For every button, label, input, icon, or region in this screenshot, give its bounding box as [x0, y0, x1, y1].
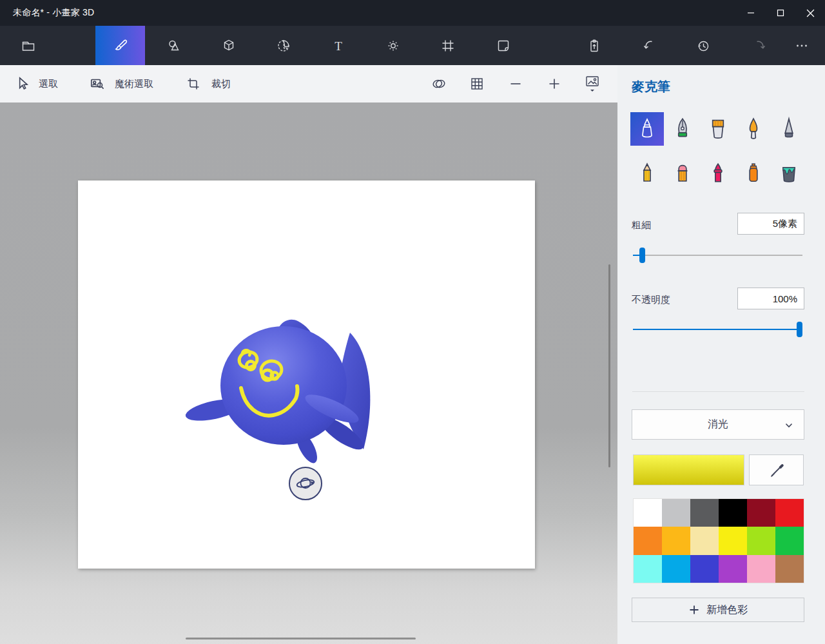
- zoom-in-button[interactable]: [547, 65, 562, 102]
- brush-calligraphy-pen[interactable]: [666, 112, 699, 146]
- 3d-shapes-icon: [221, 38, 237, 54]
- canvas-area[interactable]: [0, 102, 617, 644]
- palette-swatch[interactable]: [690, 555, 719, 583]
- grid-button[interactable]: [469, 65, 485, 102]
- brush-fill-bucket[interactable]: [772, 157, 806, 191]
- slider-thumb[interactable]: [639, 248, 645, 263]
- crop-button[interactable]: [186, 65, 201, 102]
- opacity-input[interactable]: [737, 288, 804, 309]
- close-button[interactable]: [795, 0, 825, 26]
- palette-swatch[interactable]: [747, 499, 775, 527]
- zoom-out-button[interactable]: [508, 65, 523, 102]
- zoom-out-icon: [508, 76, 523, 92]
- brushes-tool-button[interactable]: [95, 26, 145, 65]
- palette-swatch[interactable]: [690, 499, 719, 527]
- marker-icon: [634, 116, 660, 142]
- canvas-button[interactable]: [432, 26, 463, 65]
- palette-swatch[interactable]: [690, 527, 719, 554]
- brushes-panel: 麥克筆: [617, 65, 825, 644]
- eyedropper-icon: [768, 462, 785, 478]
- canvas-icon: [440, 38, 456, 54]
- svg-text:T: T: [335, 39, 342, 52]
- picture-menu-button[interactable]: [584, 65, 601, 102]
- palette-swatch[interactable]: [775, 527, 804, 554]
- finish-value: 消光: [708, 418, 728, 431]
- horizontal-scrollbar[interactable]: [186, 638, 416, 639]
- magic-select-button[interactable]: [89, 65, 106, 102]
- fish-3d-model[interactable]: [180, 309, 387, 464]
- redo-button[interactable]: [744, 26, 775, 65]
- undo-button[interactable]: [634, 26, 665, 65]
- palette-swatch[interactable]: [662, 499, 690, 527]
- palette-swatch[interactable]: [634, 499, 662, 527]
- fill-bucket-icon: [776, 161, 802, 187]
- select-label[interactable]: 選取: [39, 65, 58, 102]
- history-icon: [695, 38, 711, 54]
- palette-swatch[interactable]: [634, 555, 662, 583]
- color-palette: [633, 498, 804, 583]
- more-button[interactable]: [786, 26, 817, 65]
- thickness-slider[interactable]: [633, 247, 802, 264]
- vertical-scrollbar[interactable]: [608, 264, 610, 467]
- minimize-button[interactable]: [736, 0, 766, 26]
- brush-spray-can[interactable]: [737, 157, 770, 191]
- magic-select-icon: [89, 75, 106, 92]
- 3d-library-button[interactable]: [488, 26, 519, 65]
- paste-button[interactable]: [579, 26, 610, 65]
- palette-swatch[interactable]: [775, 499, 804, 527]
- titlebar: 未命名* - 小畫家 3D: [0, 0, 825, 26]
- sub-toolbar: 選取 魔術選取 裁切: [0, 65, 617, 102]
- brush-pixel-pen[interactable]: [772, 112, 806, 146]
- palette-swatch[interactable]: [775, 555, 804, 583]
- palette-swatch[interactable]: [719, 555, 747, 583]
- magic-select-label[interactable]: 魔術選取: [115, 65, 153, 102]
- add-color-button[interactable]: 新增色彩: [632, 598, 804, 622]
- eraser-icon: [670, 161, 695, 187]
- crayon-icon: [705, 161, 731, 187]
- current-color-swatch[interactable]: [633, 454, 744, 485]
- palette-swatch[interactable]: [634, 527, 662, 554]
- brush-crayon[interactable]: [701, 157, 735, 191]
- picture-menu-icon: [584, 74, 601, 93]
- slider-thumb[interactable]: [797, 322, 802, 337]
- opacity-slider[interactable]: [633, 321, 802, 338]
- palette-swatch[interactable]: [747, 555, 775, 583]
- text-tool-button[interactable]: T: [323, 26, 354, 65]
- 3d-view-icon: [431, 75, 447, 92]
- thickness-label: 粗細: [632, 219, 651, 231]
- text-icon: T: [331, 38, 346, 54]
- finish-dropdown[interactable]: 消光: [632, 409, 804, 440]
- 3d-shapes-button[interactable]: [213, 26, 244, 65]
- effects-button[interactable]: [378, 26, 409, 65]
- menu-icon: [21, 38, 36, 54]
- brushes-icon: [112, 37, 129, 54]
- palette-swatch[interactable]: [747, 527, 775, 554]
- brush-marker[interactable]: [630, 112, 664, 146]
- brush-flat-brush[interactable]: [701, 112, 735, 146]
- brush-pencil[interactable]: [630, 157, 664, 191]
- 3d-view-button[interactable]: [431, 65, 447, 102]
- effects-icon: [385, 38, 401, 54]
- crop-label[interactable]: 裁切: [211, 65, 231, 102]
- brush-eraser[interactable]: [666, 157, 699, 191]
- eyedropper-button[interactable]: [749, 454, 804, 485]
- menu-button[interactable]: [13, 26, 44, 65]
- 3d-rotate-handle[interactable]: [289, 467, 322, 500]
- palette-swatch[interactable]: [719, 499, 747, 527]
- paste-icon: [587, 38, 602, 54]
- maximize-button[interactable]: [766, 0, 795, 26]
- 2d-shapes-button[interactable]: [159, 26, 189, 65]
- select-button[interactable]: [14, 65, 31, 102]
- oil-brush-icon: [741, 116, 766, 142]
- thickness-input[interactable]: [737, 213, 804, 235]
- plus-icon: [688, 604, 700, 616]
- stickers-button[interactable]: [268, 26, 299, 65]
- history-button[interactable]: [688, 26, 719, 65]
- 2d-shapes-icon: [166, 38, 182, 54]
- brush-oil-brush[interactable]: [737, 112, 770, 146]
- palette-swatch[interactable]: [719, 527, 747, 554]
- palette-swatch[interactable]: [662, 527, 690, 554]
- spray-can-icon: [741, 161, 766, 187]
- opacity-label: 不透明度: [632, 294, 670, 306]
- palette-swatch[interactable]: [662, 555, 690, 583]
